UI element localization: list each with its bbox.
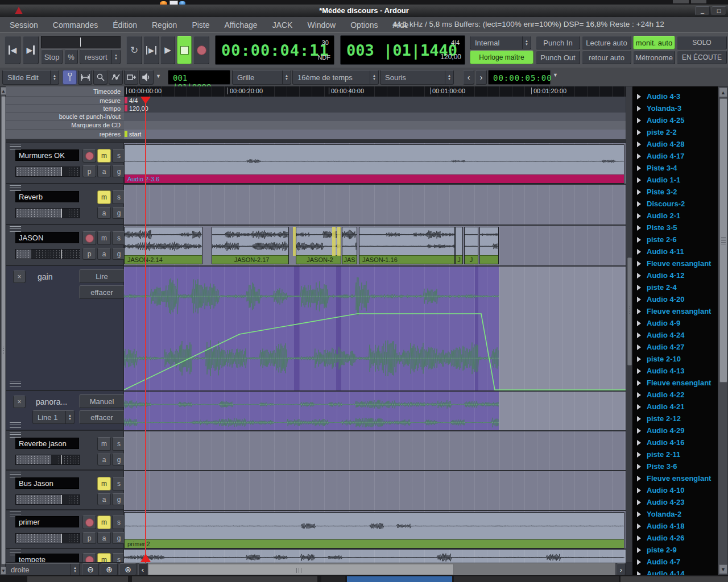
- primary-clock[interactable]: 00:00:04:11 30 NDF: [215, 35, 334, 65]
- expand-triangle-icon[interactable]: [637, 297, 641, 302]
- region-list-item[interactable]: Yolanda-2: [632, 508, 718, 520]
- menu-region[interactable]: Region: [144, 20, 184, 30]
- track-name-field[interactable]: Reverb: [15, 191, 79, 202]
- expand-triangle-icon[interactable]: [637, 189, 641, 195]
- gain-fader[interactable]: [15, 167, 80, 177]
- expand-triangle-icon[interactable]: [637, 130, 641, 135]
- region-jason[interactable]: JASON-2.14: [124, 227, 202, 264]
- automation-play-button[interactable]: Lire: [79, 269, 125, 283]
- track-name-field[interactable]: Reverbe jason: [15, 438, 79, 449]
- region-list-item[interactable]: Audio 4-20: [632, 293, 718, 305]
- region-list-item[interactable]: Audio 4-10: [632, 484, 718, 496]
- expand-triangle-icon[interactable]: [637, 404, 641, 410]
- titlebar[interactable]: *Médée discours - Ardour – □: [0, 5, 728, 18]
- sync-source-dropdown[interactable]: Internal ▲▼: [470, 36, 531, 49]
- shuttle-stop-button[interactable]: Stop: [41, 49, 63, 64]
- expand-triangle-icon[interactable]: [637, 356, 641, 362]
- meter-marker-flag[interactable]: [125, 97, 127, 103]
- automation-button[interactable]: a: [97, 207, 111, 219]
- track-grip-icon[interactable]: [10, 226, 21, 232]
- region-list-item[interactable]: piste 2-10: [632, 353, 718, 365]
- editor-hscrollbar[interactable]: [148, 563, 615, 576]
- expand-triangle-icon[interactable]: [637, 523, 641, 529]
- menu-édition[interactable]: Édition: [105, 20, 144, 30]
- track-row-tempete[interactable]: [124, 548, 626, 563]
- auto-return-button[interactable]: retour auto: [582, 51, 631, 64]
- taskbar-item[interactable]: [454, 576, 619, 582]
- editor-vscrollbar[interactable]: ▲ ▼: [0, 86, 6, 575]
- mute-button[interactable]: m: [97, 231, 111, 245]
- location-marker-flag[interactable]: [125, 131, 127, 137]
- track-header-jason[interactable]: JASON m s p a g: [6, 225, 124, 265]
- taskbar-item[interactable]: [27, 576, 128, 582]
- scroll-mode-dropdown[interactable]: droite ▲▼: [6, 563, 80, 576]
- region-list-item[interactable]: Piste 3-2: [632, 186, 718, 198]
- track-name-field[interactable]: Murmures OK: [15, 149, 79, 161]
- master-clock-button[interactable]: Horloge maître: [470, 51, 533, 64]
- ruler-label-cd-markers[interactable]: Marqueurs de CD: [6, 121, 124, 130]
- hide-automation-button[interactable]: ×: [13, 271, 26, 283]
- automation-button[interactable]: a: [97, 493, 111, 505]
- track-header-murmures[interactable]: Murmures OK m s p a g: [6, 142, 124, 184]
- track-row-bus-jason[interactable]: [124, 470, 626, 510]
- mute-button[interactable]: m: [97, 149, 111, 163]
- region-list-item[interactable]: Audio 4-14: [632, 568, 718, 575]
- loop-button[interactable]: ↻: [126, 36, 142, 64]
- zoom-tool-button[interactable]: [93, 70, 107, 85]
- expand-triangle-icon[interactable]: [637, 392, 641, 398]
- location-ruler[interactable]: start: [124, 130, 626, 139]
- hscroll-left-button[interactable]: ‹: [138, 563, 147, 576]
- region-jason[interactable]: JAS: [342, 227, 357, 264]
- region-list-item[interactable]: Audio 1-1: [632, 174, 718, 186]
- playhead-bottom-marker[interactable]: [140, 554, 151, 562]
- expand-triangle-icon[interactable]: [637, 261, 641, 267]
- automation-mode-button[interactable]: Manuel: [79, 394, 125, 408]
- play-range-button[interactable]: ▶: [143, 36, 159, 64]
- ruler-label-tempo[interactable]: tempo: [6, 105, 124, 113]
- region-list-item[interactable]: Audio 4-29: [632, 425, 718, 436]
- expand-triangle-icon[interactable]: [637, 368, 641, 374]
- menu-affichage[interactable]: Affichage: [217, 20, 265, 30]
- editor-canvas[interactable]: 00:00:00:0000:00:20:0000:00:40:0000:01:0…: [124, 86, 626, 563]
- region-list-item[interactable]: piste 2-12: [632, 413, 718, 425]
- auto-monitor-button[interactable]: monit. auto: [633, 36, 675, 49]
- panel-button[interactable]: [691, 0, 706, 3]
- expand-triangle-icon[interactable]: [637, 177, 641, 183]
- ruler-label-locations[interactable]: repères: [6, 130, 124, 139]
- menu-session[interactable]: Session: [2, 20, 46, 30]
- gain-automation-line[interactable]: [124, 267, 626, 392]
- menu-options[interactable]: Options: [343, 20, 385, 30]
- region-list-item[interactable]: Audio 4-27: [632, 341, 718, 353]
- region-jason[interactable]: J: [455, 227, 463, 264]
- region-list-item[interactable]: Fleuve ensenglant: [632, 472, 718, 484]
- region-list-item[interactable]: Audio 4-16: [632, 436, 718, 448]
- snap-unit-dropdown[interactable]: 16ème de temps ▲▼: [292, 70, 379, 85]
- track-header-tempete[interactable]: tempete m s: [6, 548, 124, 563]
- expand-triangle-icon[interactable]: [637, 285, 641, 290]
- expand-triangle-icon[interactable]: [637, 321, 641, 326]
- record-button[interactable]: [193, 36, 209, 64]
- record-enable-button[interactable]: [82, 553, 96, 563]
- region-list-item[interactable]: Discours-2: [632, 198, 718, 210]
- expand-triangle-icon[interactable]: [637, 476, 641, 481]
- expand-triangle-icon[interactable]: [637, 213, 641, 219]
- automation-header-pan[interactable]: × panora... Manuel Line 1 ▲▼ effacer: [6, 390, 124, 430]
- goto-start-button[interactable]: ◀: [5, 36, 20, 64]
- track-header-reverbe-jason[interactable]: Reverbe jason m s a g: [6, 430, 124, 470]
- automation-clear-button[interactable]: effacer: [79, 410, 125, 424]
- region-audio-2-3-6[interactable]: Audio 2-3.6: [124, 144, 624, 184]
- automation-button[interactable]: a: [97, 532, 111, 544]
- mute-button[interactable]: m: [97, 553, 111, 563]
- shuttle-mode-dropdown[interactable]: ressort ▲▼: [80, 49, 121, 64]
- region-list-item[interactable]: Audio 4-26: [632, 532, 718, 544]
- expand-triangle-icon[interactable]: [637, 452, 641, 458]
- region-list-item[interactable]: Piste 3-6: [632, 460, 718, 472]
- grab-tool-button[interactable]: [63, 70, 77, 85]
- automation-header-gain[interactable]: × gain Lire effacer: [6, 265, 124, 390]
- stretch-tool-button[interactable]: [124, 70, 138, 85]
- region-list-item[interactable]: Audio 4-21: [632, 401, 718, 413]
- track-grip-icon[interactable]: [10, 144, 21, 149]
- tools-expander-icon[interactable]: ▼: [156, 73, 161, 79]
- snap-mode-dropdown[interactable]: Grille ▲▼: [232, 70, 291, 85]
- tempo-marker-flag[interactable]: [125, 105, 127, 111]
